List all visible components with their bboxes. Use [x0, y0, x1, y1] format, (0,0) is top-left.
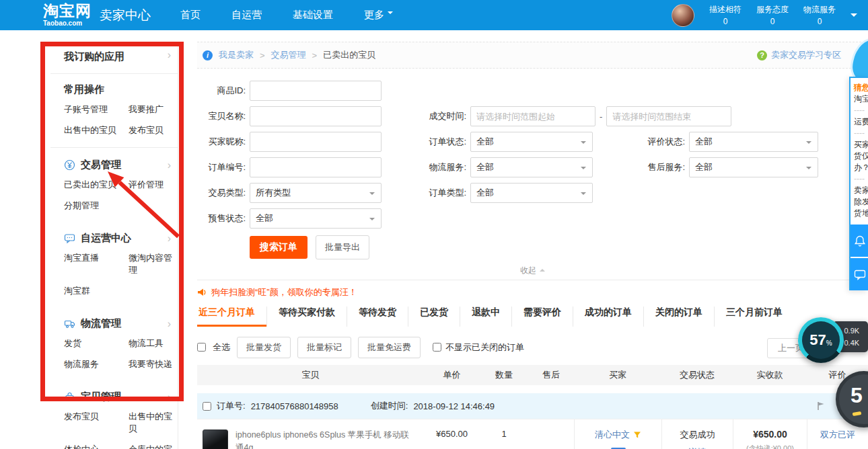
tab-recent-3-months[interactable]: 近三个月订单 — [197, 307, 266, 327]
panel-line[interactable]: 卖家 — [854, 185, 868, 196]
tab-refunding[interactable]: 退款中 — [460, 307, 511, 327]
sidebar-item-weitao[interactable]: 微淘内容管理 — [129, 252, 178, 276]
col-status: 交易状态 — [661, 365, 733, 385]
order-status-select[interactable]: 全部 — [470, 132, 593, 152]
date-range-dash: - — [600, 112, 602, 122]
notification-bell-button[interactable] — [851, 225, 868, 257]
nav-basic-settings[interactable]: 基础设置 — [293, 9, 333, 22]
panel-line[interactable]: 买家 — [854, 139, 868, 151]
panel-line[interactable]: 运费 — [854, 116, 868, 128]
deal-time-label: 成交时间: — [419, 110, 466, 122]
order-no-label: 订单编号: — [197, 161, 246, 173]
sidebar-item-on-sale-items[interactable]: 出售中的宝贝 — [129, 411, 178, 435]
presale-select[interactable]: 全部 — [250, 208, 382, 229]
nav-self-operate[interactable]: 自运营 — [231, 9, 262, 22]
tab-successful[interactable]: 成功的订单 — [573, 307, 643, 327]
rate-status-select[interactable]: 全部 — [689, 132, 818, 152]
batch-export-button[interactable]: 批量导出 — [316, 235, 369, 259]
tab-before-3-months[interactable]: 三个月前订单 — [714, 307, 794, 327]
panel-line[interactable]: 淘宝 — [854, 93, 868, 105]
chevron-down-icon — [581, 141, 586, 147]
sidebar-item-ship[interactable]: 发货 — [64, 337, 129, 350]
sidebar-item-installment[interactable]: 分期管理 — [64, 200, 129, 212]
seller-learning-link[interactable]: 卖家交易学习专区 — [771, 49, 841, 61]
rating-link[interactable]: 双方已评 — [820, 429, 855, 441]
main-content: i 我是卖家 > 交易管理 > 已卖出的宝贝 ? 卖家交易学习专区 商品ID: … — [197, 42, 868, 449]
sidebar-section-self-operate[interactable]: 自运营中心 › — [50, 232, 178, 245]
collapse-toggle[interactable]: 收起 — [197, 265, 868, 276]
sidebar-item-publish-item[interactable]: 发布宝贝 — [64, 411, 129, 435]
batch-ship-button[interactable]: 批量发货 — [237, 337, 291, 358]
chat-support-button[interactable] — [851, 258, 868, 290]
search-orders-button[interactable]: 搜索订单 — [250, 236, 308, 259]
deal-time-start-input[interactable] — [470, 106, 595, 126]
seller-center-title[interactable]: 卖家中心 — [100, 7, 151, 24]
filter-funnel-icon[interactable] — [633, 432, 641, 439]
batch-mark-button[interactable]: 批量标记 — [297, 337, 351, 358]
buyer-nick-input[interactable] — [250, 132, 382, 152]
deal-time-end-input[interactable] — [606, 106, 731, 126]
promo-notice[interactable]: 狗年扫脸测“旺”颜，领取你的专属汪！ — [197, 286, 868, 298]
search-form: 商品ID: 宝贝名称: 成交时间: - 买家昵称: 订单状态: 全部 评价状态:… — [197, 69, 868, 280]
batch-free-ship-button[interactable]: 批量免运费 — [358, 337, 421, 358]
logistics-select[interactable]: 全部 — [470, 157, 593, 177]
panel-line[interactable]: 货仅 — [854, 151, 868, 162]
sidebar-item-on-sale[interactable]: 出售中的宝贝 — [64, 124, 129, 136]
breadcrumb-trade-mgmt[interactable]: 交易管理 — [271, 49, 306, 61]
tab-awaiting-shipment[interactable]: 等待发货 — [347, 307, 408, 327]
product-title[interactable]: iphone6plus iphone6s 6Splus 苹果手机 移动联通4g … — [236, 429, 416, 449]
avatar[interactable] — [672, 4, 694, 27]
panel-line[interactable]: 办？ — [854, 162, 868, 173]
sidebar-section-items[interactable]: 宝贝管理 › — [50, 391, 178, 403]
taobao-logo[interactable]: 淘宝网 Taobao.com — [43, 3, 92, 27]
nav-home[interactable]: 首页 — [180, 9, 201, 22]
sidebar-item-express[interactable]: 我要寄快递 — [129, 358, 178, 370]
sidebar-item-promote[interactable]: 我要推广 — [129, 104, 178, 116]
promo-notice-text: 狗年扫脸测“旺”颜，领取你的专属汪！ — [211, 286, 357, 298]
stat-value: 0 — [723, 15, 728, 28]
order-no-input[interactable] — [250, 157, 382, 177]
sidebar-item-rating-mgmt[interactable]: 评价管理 — [129, 179, 178, 191]
sidebar-item-warehouse[interactable]: 仓库中的宝贝 — [129, 444, 178, 449]
tab-need-rating[interactable]: 需要评价 — [511, 307, 573, 327]
item-name-input[interactable] — [250, 106, 382, 126]
sidebar-purchased-apps[interactable]: 我订购的应用 › — [50, 42, 178, 74]
panel-line[interactable]: 除发 — [854, 196, 868, 208]
sidebar-item-logistics-tools[interactable]: 物流工具 — [129, 337, 178, 350]
sidebar-item-publish[interactable]: 发布宝贝 — [129, 124, 178, 136]
sidebar-section-trade[interactable]: 交易管理 › — [50, 159, 178, 171]
tab-shipped[interactable]: 已发货 — [408, 307, 460, 327]
detail-link[interactable]: 详情 — [689, 446, 707, 449]
stat-description[interactable]: 描述相符 0 — [709, 3, 742, 28]
sidebar-item-health-check[interactable]: 体检中心 — [64, 444, 129, 449]
sidebar-section-title: 宝贝管理 — [81, 391, 121, 403]
sidebar-item-subaccount[interactable]: 子账号管理 — [64, 104, 129, 116]
product-thumbnail[interactable] — [203, 430, 228, 449]
breadcrumb-seller[interactable]: 我是卖家 — [219, 49, 254, 61]
product-id-input[interactable] — [250, 81, 382, 101]
col-aftersale: 售后 — [528, 365, 574, 385]
trade-type-select[interactable]: 所有类型 — [250, 183, 382, 203]
percent-value: 57 — [809, 331, 826, 349]
sidebar-item-logistics-service[interactable]: 物流服务 — [64, 358, 129, 370]
select-all-checkbox[interactable] — [197, 343, 206, 352]
percent-circle-widget[interactable]: 57 % — [798, 317, 844, 363]
nav-more[interactable]: 更多 — [364, 9, 393, 22]
hide-closed-checkbox[interactable] — [433, 343, 441, 352]
sidebar-section-logistics[interactable]: 物流管理 › — [50, 317, 178, 330]
sidebar-item-taobao-group[interactable]: 淘宝群 — [64, 285, 129, 297]
stat-service[interactable]: 服务态度 0 — [756, 3, 789, 28]
stat-logistics[interactable]: 物流服务 0 — [803, 3, 836, 28]
order-type-select[interactable]: 全部 — [470, 183, 593, 203]
buyer-link[interactable]: 清心中文 — [595, 429, 630, 441]
info-icon: i — [203, 50, 213, 60]
order-checkbox[interactable] — [203, 402, 211, 411]
panel-line[interactable]: 货地 — [854, 208, 868, 219]
tab-closed[interactable]: 关闭的订单 — [643, 307, 714, 327]
tab-awaiting-payment[interactable]: 等待买家付款 — [266, 307, 347, 327]
flag-icon[interactable] — [816, 401, 826, 411]
aftersale-select[interactable]: 全部 — [689, 157, 818, 177]
sidebar-item-taobao-live[interactable]: 淘宝直播 — [64, 252, 129, 276]
chevron-down-icon[interactable] — [851, 13, 857, 20]
sidebar-item-sold-items[interactable]: 已卖出的宝贝 — [64, 179, 129, 191]
